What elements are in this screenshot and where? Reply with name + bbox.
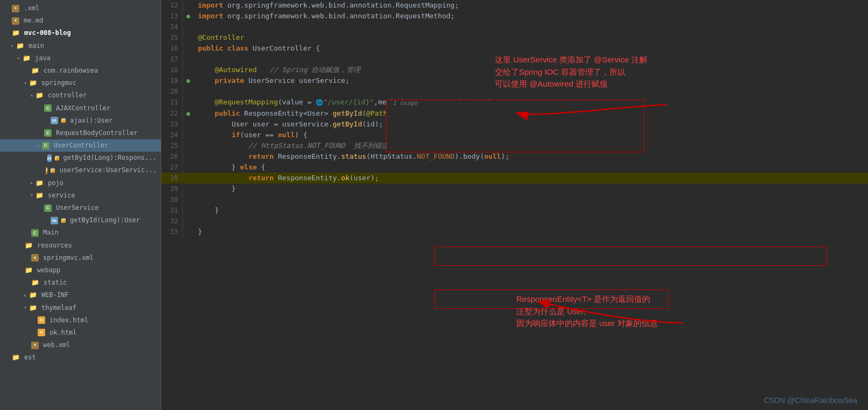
- code-line-13: 13●import org.springframework.web.bind.a…: [161, 11, 868, 22]
- line-content[interactable]: if(user == null) {: [194, 130, 868, 140]
- tree-item-WEB-INF[interactable]: ▸📁WEB-INF: [0, 289, 161, 301]
- line-content[interactable]: import org.springframework.web.bind.anno…: [194, 11, 868, 22]
- expand-arrow: ▸: [30, 179, 33, 187]
- line-content[interactable]: }: [194, 205, 868, 216]
- line-content[interactable]: [194, 22, 868, 32]
- tree-label: webapp: [37, 265, 60, 275]
- tree-item-springmvc-xml[interactable]: xspringmvc.xml: [0, 252, 161, 264]
- line-content[interactable]: private UserService userService;: [194, 75, 868, 86]
- code-line-31: 31 }: [161, 205, 868, 216]
- tree-label: java: [35, 53, 51, 63]
- line-content[interactable]: User user = userService.getById(id);: [194, 119, 868, 130]
- tree-item-web-xml[interactable]: xweb.xml: [0, 339, 161, 351]
- line-content[interactable]: // HttpStatus.NOT_FOUND 找不到错误 HTTP_ERROR…: [194, 140, 868, 151]
- code-line-30: 30: [161, 194, 868, 205]
- line-content[interactable]: }: [194, 183, 868, 194]
- line-content[interactable]: return ResponseEntity.ok(user);: [194, 173, 868, 183]
- line-content[interactable]: [194, 216, 868, 227]
- tree-item-me-md[interactable]: xme.md: [0, 15, 161, 27]
- line-gutter: [183, 97, 194, 108]
- tree-item-mvc-008-blog[interactable]: 📁mvc-008-blog: [0, 27, 161, 39]
- line-number: 29: [161, 183, 183, 194]
- tree-item-Main[interactable]: CMain: [0, 227, 161, 239]
- lock-badge: 🔒: [55, 156, 59, 160]
- tree-item-index-html[interactable]: hindex.html: [0, 314, 161, 327]
- line-content[interactable]: @Autowired // Spring 自动赋值，管理: [194, 65, 868, 75]
- method-icon: m: [51, 217, 58, 224]
- tree-item-controller[interactable]: ▾📁controller: [0, 89, 161, 102]
- line-content[interactable]: return ResponseEntity.status(HttpStatus.…: [194, 151, 868, 162]
- tree-item-main[interactable]: ▸📁main: [0, 40, 161, 52]
- tree-label: getById(Long):Respons...: [63, 153, 156, 163]
- line-content[interactable]: @RequestMapping(value = 🌐"/user/{id}",me…: [194, 97, 868, 108]
- code-line-18: 18 @Autowired // Spring 自动赋值，管理: [161, 65, 868, 75]
- tree-item-static[interactable]: 📁static: [0, 277, 161, 289]
- code-content: 12import org.springframework.web.bind.an…: [161, 0, 868, 410]
- line-content[interactable]: @Controller: [194, 32, 868, 43]
- line-content[interactable]: public ResponseEntity<User> getById(@Pat…: [194, 108, 868, 119]
- line-number: 12: [161, 0, 183, 11]
- lock-badge: 🔒: [61, 218, 66, 223]
- code-line-24: 24 if(user == null) {: [161, 130, 868, 140]
- tree-item-ajax-User[interactable]: m🔒ajax():User: [0, 115, 161, 127]
- ok-user-box: [435, 289, 668, 309]
- line-gutter: [183, 43, 194, 54]
- tree-item-test[interactable]: 📁est: [0, 351, 161, 364]
- line-number: 17: [161, 54, 183, 65]
- tree-label: getById(Long):User: [70, 215, 140, 225]
- tree-item-resources[interactable]: 📁resources: [0, 239, 161, 252]
- file-tree[interactable]: x.xmlxme.md📁mvc-008-blog▸📁main▸📁java📁com…: [0, 0, 161, 410]
- folder-icon: 📁: [35, 178, 44, 188]
- folder-icon: 📁: [29, 290, 37, 300]
- line-content[interactable]: [194, 194, 868, 205]
- folder-icon: 📁: [12, 352, 20, 363]
- line-content[interactable]: public class UserController {: [194, 43, 868, 54]
- tree-item-AJAXController[interactable]: CAJAXController: [0, 102, 161, 115]
- tree-item-userService-UserService[interactable]: f🔒userService:UserServic...: [0, 164, 161, 176]
- tree-label: ajax():User: [70, 116, 112, 126]
- line-content[interactable]: [194, 86, 868, 97]
- tree-item-getById-Long-Response[interactable]: m🔒getById(Long):Respons...: [0, 152, 161, 164]
- line-number: 22: [161, 108, 183, 119]
- tree-item-UserController[interactable]: ▾CUserController: [0, 139, 161, 152]
- code-line-28: 28 return ResponseEntity.ok(user);: [161, 173, 868, 183]
- tree-item-getById-Long-User[interactable]: m🔒getById(Long):User: [0, 214, 161, 227]
- line-number: 33: [161, 227, 183, 237]
- tree-label: est: [24, 352, 36, 363]
- tree-item-xml[interactable]: x.xml: [0, 2, 161, 15]
- code-editor[interactable]: 12import org.springframework.web.bind.an…: [161, 0, 868, 410]
- tree-item-ok-html[interactable]: hok.html: [0, 327, 161, 339]
- tree-item-springmvc[interactable]: ▾📁springmvc: [0, 77, 161, 89]
- tree-item-thymeleaf[interactable]: ▾📁thymeleaf: [0, 302, 161, 314]
- line-number: 15: [161, 32, 183, 43]
- line-content[interactable]: import org.springframework.web.bind.anno…: [194, 0, 868, 11]
- line-gutter: [183, 54, 194, 65]
- line-number: 23: [161, 119, 183, 130]
- folder-icon: 📁: [12, 28, 20, 38]
- line-number: 31: [161, 205, 183, 216]
- tree-item-java[interactable]: ▸📁java: [0, 52, 161, 65]
- line-gutter: ●: [183, 11, 194, 22]
- line-gutter: [183, 216, 194, 227]
- tree-item-UserService[interactable]: CUserService: [0, 202, 161, 214]
- line-content[interactable]: [194, 54, 868, 65]
- tree-item-RequestBodyController[interactable]: CRequestBodyController: [0, 127, 161, 139]
- tree-item-webapp[interactable]: 📁webapp: [0, 264, 161, 277]
- expand-arrow: ▾: [24, 303, 27, 312]
- xml-icon: x: [12, 5, 19, 12]
- xml-icon: x: [31, 342, 39, 349]
- line-content[interactable]: } else {: [194, 162, 868, 173]
- line-number: 16: [161, 43, 183, 54]
- class-icon: C: [44, 129, 52, 137]
- tree-label: userService:UserServic...: [59, 165, 156, 175]
- tree-item-com-rainbowsea[interactable]: 📁com.rainbowsea: [0, 65, 161, 77]
- code-line-21: 21 @RequestMapping(value = 🌐"/user/{id}"…: [161, 97, 868, 108]
- line-number: 13: [161, 11, 183, 22]
- tree-label: pojo: [48, 178, 63, 188]
- line-number: 32: [161, 216, 183, 227]
- folder-icon: 📁: [25, 265, 33, 275]
- method-icon: m: [47, 154, 52, 162]
- tree-item-service[interactable]: ▾📁service: [0, 189, 161, 202]
- tree-item-pojo[interactable]: ▸📁pojo: [0, 177, 161, 189]
- line-content[interactable]: }: [194, 227, 868, 237]
